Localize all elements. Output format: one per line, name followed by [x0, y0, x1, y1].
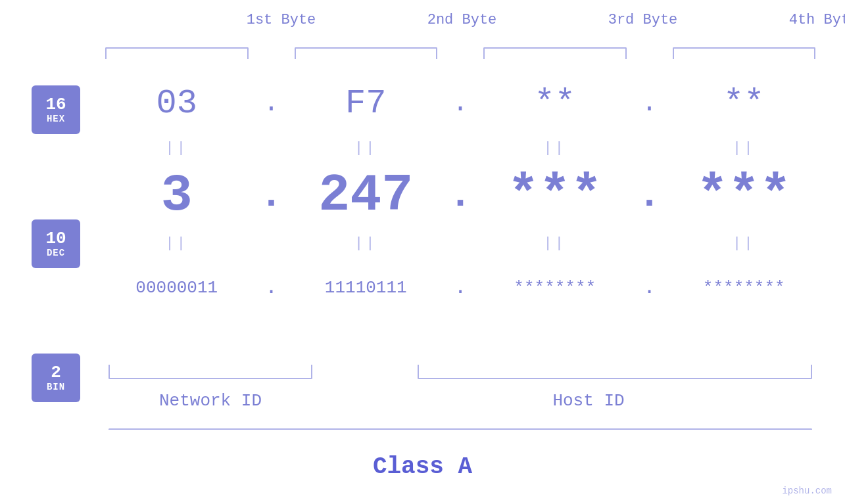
bin-label: BIN: [47, 382, 65, 392]
dec-byte4: ***: [666, 166, 823, 225]
bracket-col1: [105, 47, 249, 59]
hex-dot1: .: [255, 72, 288, 135]
bin-byte2: 11110111: [288, 278, 445, 298]
hex-byte2: F7: [288, 84, 445, 123]
main-container: 1st Byte 2nd Byte 3rd Byte 4th Byte 16 H…: [0, 0, 845, 504]
dec-row: 3 . 247 . *** . ***: [99, 161, 822, 230]
host-bracket: [418, 365, 812, 379]
col-header-2: 2nd Byte: [372, 12, 552, 28]
dec-number: 10: [45, 229, 66, 248]
bin-badge: 2 BIN: [32, 354, 80, 402]
dec-label: DEC: [47, 248, 65, 258]
id-labels: Network ID Host ID: [99, 391, 822, 411]
bin-byte1: 00000011: [99, 278, 255, 298]
bin-dot3: .: [633, 256, 666, 319]
bin-row: 00000011 . 11110111 . ******** . *******…: [99, 256, 822, 319]
bin-number: 2: [51, 363, 61, 382]
dec-byte2: 247: [288, 166, 445, 225]
bottom-brackets: [99, 365, 822, 379]
col-header-4: 4th Byte: [733, 12, 845, 28]
hex-label: HEX: [47, 114, 65, 124]
hex-row: 03 . F7 . ** . **: [99, 72, 822, 135]
col-header-3: 3rd Byte: [552, 12, 733, 28]
hex-byte1: 03: [99, 84, 255, 123]
eq2-b1: ||: [99, 235, 255, 252]
class-label: Class A: [0, 453, 845, 480]
eq1-b4: ||: [666, 140, 823, 156]
host-id-label: Host ID: [365, 391, 812, 411]
top-brackets: [99, 47, 822, 59]
equals-row-1: || || || ||: [99, 135, 822, 161]
equals-row-2: || || || ||: [99, 230, 822, 256]
base-badges: 16 HEX 10 DEC 2 BIN: [32, 85, 80, 402]
hex-byte4: **: [666, 84, 823, 123]
eq2-b4: ||: [666, 235, 823, 252]
eq1-b1: ||: [99, 140, 255, 156]
hex-number: 16: [45, 95, 66, 114]
network-id-label: Network ID: [109, 391, 312, 411]
column-headers: 1st Byte 2nd Byte 3rd Byte 4th Byte: [191, 12, 845, 28]
dec-byte1: 3: [99, 166, 255, 225]
bin-dot2: .: [444, 256, 477, 319]
hex-dot3: .: [633, 72, 666, 135]
dec-dot1: .: [255, 161, 288, 230]
bracket-col3: [483, 47, 627, 59]
bracket-col4: [673, 47, 816, 59]
full-bracket-line: [109, 428, 812, 430]
eq2-b3: ||: [477, 235, 633, 252]
bin-dot1: .: [255, 256, 288, 319]
dec-badge: 10 DEC: [32, 219, 80, 268]
eq1-b2: ||: [288, 140, 445, 156]
col-header-1: 1st Byte: [191, 12, 372, 28]
watermark: ipshu.com: [782, 486, 832, 496]
dec-byte3: ***: [477, 166, 633, 225]
bin-byte4: ********: [666, 278, 823, 298]
eq1-b3: ||: [477, 140, 633, 156]
dec-dot3: .: [633, 161, 666, 230]
bin-byte3: ********: [477, 278, 633, 298]
hex-byte3: **: [477, 84, 633, 123]
network-bracket: [109, 365, 312, 379]
grid-area: 03 . F7 . ** . ** || || || || 3 . 247 . …: [99, 72, 822, 319]
hex-dot2: .: [444, 72, 477, 135]
eq2-b2: ||: [288, 235, 445, 252]
dec-dot2: .: [444, 161, 477, 230]
hex-badge: 16 HEX: [32, 85, 80, 134]
bracket-col2: [295, 47, 438, 59]
